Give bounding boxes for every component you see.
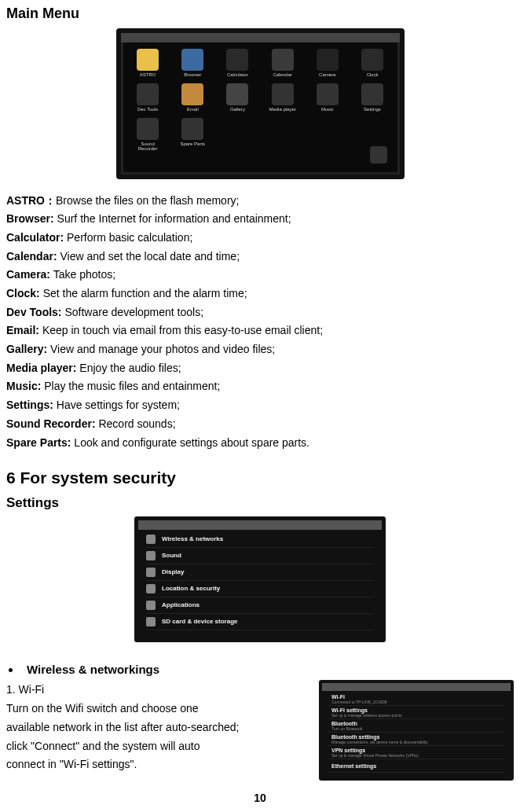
wifi-row-subtitle: Set up & manage wireless access points xyxy=(331,714,504,718)
definition-line: Gallery: View and manage your photos and… xyxy=(6,341,514,358)
app-icon: Calendar xyxy=(266,49,298,77)
definition-desc: Take photos; xyxy=(50,268,115,281)
definition-line: Media player: Enjoy the audio files; xyxy=(6,360,514,377)
wifi-row-subtitle: Set up & manage Virtual Private Networks… xyxy=(331,754,504,759)
app-icon: Music xyxy=(311,83,343,112)
app-icon-label: Sound Recorder xyxy=(132,141,164,151)
settings-row-label: Display xyxy=(162,568,184,577)
definition-desc: Perform basic calculation; xyxy=(64,231,192,244)
settings-row: SD card & device storage xyxy=(146,614,374,630)
definition-desc: Enjoy the audio files; xyxy=(76,362,181,374)
app-icon-image xyxy=(361,49,383,71)
definition-desc: Software development tools; xyxy=(62,306,204,318)
definition-term: Camera: xyxy=(6,268,50,281)
settings-screenshot: Wireless & networksSoundDisplayLocation … xyxy=(134,516,386,642)
definition-desc: Look and configurate settings about spar… xyxy=(71,436,309,449)
app-icon-label: Calendar xyxy=(273,72,291,77)
definition-term: ASTRO： xyxy=(6,194,56,207)
definition-line: Email: Keep in touch via email from this… xyxy=(6,322,514,340)
definition-term: Media player: xyxy=(6,362,76,374)
app-icon-label: Music xyxy=(321,107,334,112)
wifi-row: Bluetooth settingsManage connections, se… xyxy=(328,733,504,746)
wifi-row: Wi-Fi settingsSet up & manage wireless a… xyxy=(328,706,504,719)
definition-desc: View and set the local date and time; xyxy=(57,250,240,263)
settings-row-label: SD card & device storage xyxy=(162,617,237,626)
wifi-row: BluetoothTurn on Bluetooth xyxy=(328,719,504,733)
settings-row-label: Location & security xyxy=(162,584,220,593)
app-icon: Clock xyxy=(356,49,388,77)
app-icon-image xyxy=(272,83,294,105)
definition-desc: View and manage your photos and video fi… xyxy=(47,343,275,355)
app-icon-image xyxy=(181,49,203,71)
settings-row-icon xyxy=(146,568,156,577)
definition-line: Clock: Set the alarm function and the al… xyxy=(6,285,514,303)
app-icon-label: Media player xyxy=(269,107,295,112)
definition-desc: Play the music files and entainment; xyxy=(41,380,220,392)
settings-row-icon xyxy=(146,551,156,560)
app-icon: Dev Tools xyxy=(132,83,164,112)
definition-term: Browser: xyxy=(6,212,54,225)
definition-term: Calendar: xyxy=(6,250,57,263)
bullet-wireless-label: Wireless & networkings xyxy=(27,663,159,676)
definition-line: Settings: Have settings for system; xyxy=(6,397,514,414)
heading-section-6: 6 For system security xyxy=(6,465,514,491)
app-icon: Media player xyxy=(266,83,298,112)
wifi-line-2: available network in the list after auto… xyxy=(6,719,305,737)
app-icon: Sound Recorder xyxy=(132,118,164,151)
definition-term: Sound Recorder: xyxy=(6,417,96,430)
wifi-subheading: 1. Wi-Fi xyxy=(6,682,305,699)
definition-line: Sound Recorder: Record sounds; xyxy=(6,416,514,433)
app-icon: Calculator xyxy=(222,49,254,77)
settings-row-icon xyxy=(146,617,156,626)
bullet-wireless-networkings: Wireless & networkings xyxy=(6,660,514,679)
definition-term: Email: xyxy=(6,324,39,336)
settings-row-label: Applications xyxy=(162,601,200,610)
definition-term: Dev Tools: xyxy=(6,306,62,318)
app-icon-label: Spare Parts xyxy=(180,141,205,146)
app-icon: Gallery xyxy=(222,83,254,112)
app-icon-image xyxy=(181,118,203,140)
definition-desc: Browse the files on the flash memory; xyxy=(56,194,239,207)
definition-desc: Record sounds; xyxy=(96,417,176,430)
definition-term: Music: xyxy=(6,380,41,392)
settings-row: Sound xyxy=(146,548,374,564)
definition-desc: Set the alarm function and the alarm tim… xyxy=(40,287,247,299)
settings-row-label: Sound xyxy=(162,551,181,560)
status-bar xyxy=(138,520,382,530)
wifi-row-subtitle: Turn on Bluetooth xyxy=(331,727,504,732)
wifi-row: Wi-FiConnected to TP-LINK_2C4208 xyxy=(328,693,504,706)
settings-row-icon xyxy=(146,601,156,610)
app-icon-label: Clock xyxy=(366,72,378,77)
status-bar xyxy=(121,33,400,42)
app-icon-label: Gallery xyxy=(230,107,245,112)
app-icon-image xyxy=(317,49,339,71)
wifi-line-3: click "Connect" and the system will auto xyxy=(6,738,305,755)
app-icon-label: ASTRO xyxy=(140,72,156,77)
definition-term: Settings: xyxy=(6,399,53,411)
app-icon-image xyxy=(137,49,159,71)
heading-main-menu: Main Menu xyxy=(6,3,514,25)
definition-desc: Keep in touch via email from this easy-t… xyxy=(39,324,323,336)
definition-desc: Have settings for system; xyxy=(53,399,180,411)
app-icon-label: Dev Tools xyxy=(137,107,158,112)
definition-term: Gallery: xyxy=(6,343,47,355)
wifi-line-1: Turn on the Wifi switch and choose one xyxy=(6,700,305,718)
home-icon xyxy=(370,146,387,164)
app-icon-image xyxy=(361,83,383,105)
app-icon: Settings xyxy=(356,83,388,112)
app-icon: Email xyxy=(177,83,209,112)
definition-line: Dev Tools: Software development tools; xyxy=(6,304,514,321)
definition-line: Calculator: Perform basic calculation; xyxy=(6,230,514,247)
app-icon: Camera xyxy=(311,49,343,77)
settings-row-label: Wireless & networks xyxy=(162,535,223,544)
app-icon: ASTRO xyxy=(132,49,164,77)
app-icon-image xyxy=(137,83,159,105)
heading-settings: Settings xyxy=(6,493,514,513)
definition-line: Browser: Surf the Internet for informati… xyxy=(6,211,514,228)
app-icon-label: Email xyxy=(187,107,199,112)
settings-row-icon xyxy=(146,535,156,544)
wifi-settings-screenshot: Wi-FiConnected to TP-LINK_2C4208Wi-Fi se… xyxy=(319,680,514,781)
app-icon-image xyxy=(137,118,159,140)
definition-desc: Surf the Internet for information and en… xyxy=(54,212,291,225)
definition-line: Spare Parts: Look and configurate settin… xyxy=(6,435,514,452)
